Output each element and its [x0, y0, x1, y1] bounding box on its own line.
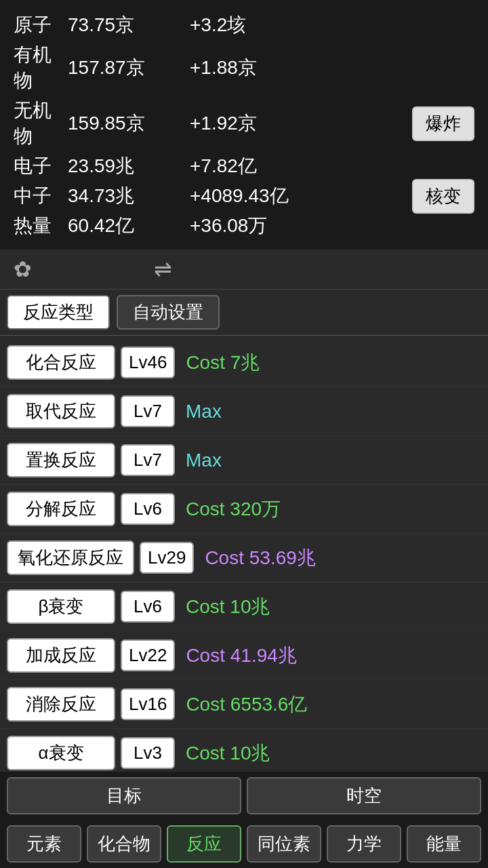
reaction-row: 加成反应Lv22Cost 41.94兆	[0, 631, 488, 680]
stat-value: 60.42亿	[68, 213, 176, 239]
reaction-name-btn-1[interactable]: 取代反应	[7, 394, 115, 429]
bottom-btn-row2-1[interactable]: 化合物	[87, 825, 161, 863]
stat-delta: +3.2垓	[190, 12, 246, 38]
reaction-cost-4: Cost 53.69兆	[205, 545, 315, 571]
reaction-name-btn-5[interactable]: β衰变	[7, 589, 115, 624]
reaction-row: 取代反应Lv7Max	[0, 387, 488, 436]
bottom-btn-row1-0[interactable]: 目标	[7, 777, 241, 814]
action-button-爆炸[interactable]: 爆炸	[412, 106, 474, 141]
tab-bar: 反应类型自动设置	[0, 290, 488, 336]
reaction-cost-2: Max	[186, 450, 222, 471]
stat-value: 73.75京	[68, 12, 176, 38]
stat-row: 无机物159.85京+1.92京爆炸	[14, 98, 474, 149]
reaction-name-btn-0[interactable]: 化合反应	[7, 345, 115, 380]
reaction-name-btn-4[interactable]: 氧化还原反应	[7, 540, 134, 575]
stat-label: 原子	[14, 12, 68, 38]
bottom-btn-row2-0[interactable]: 元素	[7, 825, 81, 863]
reaction-level-btn-1[interactable]: Lv7	[121, 395, 175, 427]
reaction-cost-0: Cost 7兆	[186, 350, 260, 376]
reaction-cost-8: Cost 10兆	[186, 741, 270, 766]
icon-bar: ✿ ⇌	[0, 250, 488, 290]
reaction-level-btn-3[interactable]: Lv6	[121, 493, 175, 525]
reaction-row: 消除反应Lv16Cost 6553.6亿	[0, 680, 488, 729]
stat-label: 无机物	[14, 98, 68, 149]
reaction-row: α衰变Lv3Cost 10兆	[0, 729, 488, 778]
reaction-cost-6: Cost 41.94兆	[186, 643, 296, 669]
stat-label: 有机物	[14, 42, 68, 94]
reaction-cost-1: Max	[186, 401, 222, 422]
reaction-cost-5: Cost 10兆	[186, 594, 270, 620]
reaction-row: β衰变Lv6Cost 10兆	[0, 583, 488, 631]
stat-delta: +36.08万	[190, 213, 267, 239]
reaction-level-btn-5[interactable]: Lv6	[121, 591, 175, 623]
reaction-name-btn-7[interactable]: 消除反应	[7, 687, 115, 722]
tab-btn-1[interactable]: 自动设置	[117, 295, 220, 330]
stat-delta: +1.88京	[190, 55, 257, 81]
reaction-level-btn-7[interactable]: Lv16	[121, 688, 175, 720]
stat-label: 电子	[14, 153, 68, 179]
bottom-row-2: 元素化合物反应同位素力学能量	[0, 820, 488, 868]
reaction-level-btn-4[interactable]: Lv29	[140, 542, 194, 574]
stat-delta: +4089.43亿	[190, 183, 289, 209]
bottom-btn-row2-2[interactable]: 反应	[167, 825, 241, 863]
stat-delta: +1.92京	[190, 111, 257, 136]
stats-section: 原子73.75京+3.2垓有机物157.87京+1.88京无机物159.85京+…	[0, 0, 488, 250]
stat-row: 电子23.59兆+7.82亿	[14, 153, 474, 179]
action-button-核变[interactable]: 核变	[412, 179, 474, 214]
stat-value: 23.59兆	[68, 153, 176, 179]
bottom-nav: 目标时空 元素化合物反应同位素力学能量	[0, 772, 488, 868]
reaction-level-btn-2[interactable]: Lv7	[121, 444, 175, 476]
flower-icon: ✿	[14, 256, 32, 282]
reaction-level-btn-0[interactable]: Lv46	[121, 347, 175, 378]
stat-value: 34.73兆	[68, 183, 176, 209]
stat-label: 中子	[14, 183, 68, 209]
reaction-row: 分解反应Lv6Cost 320万	[0, 485, 488, 534]
bottom-row-1: 目标时空	[0, 772, 488, 820]
reaction-row: 化合反应Lv46Cost 7兆	[0, 338, 488, 387]
stat-value: 157.87京	[68, 55, 176, 81]
reaction-cost-3: Cost 320万	[186, 496, 281, 522]
reaction-row: 氧化还原反应Lv29Cost 53.69兆	[0, 534, 488, 583]
bottom-btn-row1-1[interactable]: 时空	[247, 777, 481, 814]
tab-btn-0[interactable]: 反应类型	[7, 295, 110, 330]
stat-label: 热量	[14, 213, 68, 239]
stat-row: 有机物157.87京+1.88京	[14, 42, 474, 94]
reaction-name-btn-8[interactable]: α衰变	[7, 736, 115, 770]
stat-row: 热量60.42亿+36.08万	[14, 213, 474, 239]
stat-row: 中子34.73兆+4089.43亿核变	[14, 183, 474, 209]
reaction-name-btn-6[interactable]: 加成反应	[7, 638, 115, 673]
reaction-level-btn-8[interactable]: Lv3	[121, 737, 175, 769]
reaction-row: 置换反应Lv7Max	[0, 436, 488, 485]
stat-value: 159.85京	[68, 111, 176, 136]
reaction-name-btn-2[interactable]: 置换反应	[7, 443, 115, 477]
reaction-name-btn-3[interactable]: 分解反应	[7, 492, 115, 526]
bottom-btn-row2-4[interactable]: 力学	[327, 825, 401, 863]
reaction-cost-7: Cost 6553.6亿	[186, 692, 307, 717]
bottom-btn-row2-5[interactable]: 能量	[407, 825, 481, 863]
bottom-btn-row2-3[interactable]: 同位素	[247, 825, 321, 863]
stat-delta: +7.82亿	[190, 153, 257, 179]
reaction-level-btn-6[interactable]: Lv22	[121, 639, 175, 671]
stat-row: 原子73.75京+3.2垓	[14, 12, 474, 38]
shuffle-icon: ⇌	[154, 256, 172, 282]
